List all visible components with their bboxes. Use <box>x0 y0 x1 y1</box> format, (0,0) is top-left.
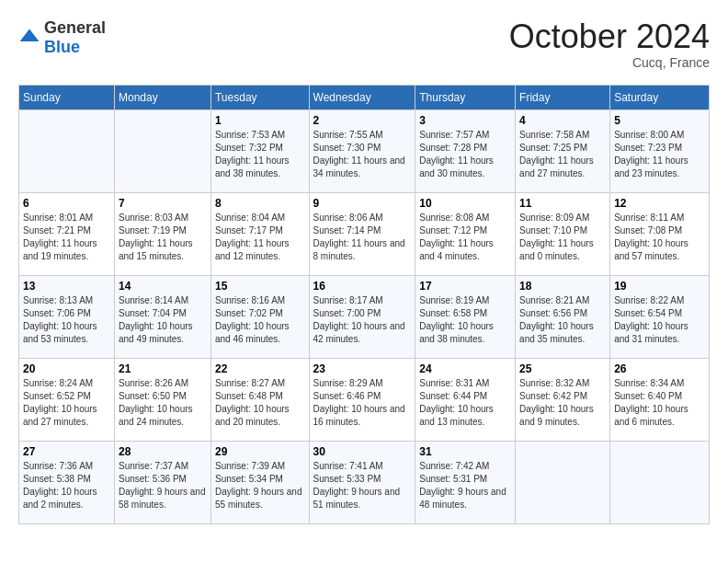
calendar-table: Sunday Monday Tuesday Wednesday Thursday… <box>18 85 710 524</box>
day-number: 17 <box>419 280 511 293</box>
day-number: 13 <box>23 280 110 293</box>
day-number: 5 <box>614 114 705 127</box>
day-number: 2 <box>313 114 412 127</box>
calendar-cell: 20Sunrise: 8:24 AMSunset: 6:52 PMDayligh… <box>19 358 115 441</box>
day-detail: Sunrise: 8:03 AMSunset: 7:19 PMDaylight:… <box>119 212 207 263</box>
day-detail: Sunrise: 8:09 AMSunset: 7:10 PMDaylight:… <box>519 212 606 263</box>
calendar-cell: 10Sunrise: 8:08 AMSunset: 7:12 PMDayligh… <box>415 192 516 275</box>
logo: General Blue <box>18 18 106 57</box>
day-number: 20 <box>23 362 110 375</box>
day-detail: Sunrise: 8:04 AMSunset: 7:17 PMDaylight:… <box>215 212 305 263</box>
day-number: 31 <box>419 445 511 458</box>
title-section: October 2024 Cucq, France <box>509 18 710 70</box>
day-number: 4 <box>519 114 606 127</box>
day-number: 6 <box>23 197 110 210</box>
day-detail: Sunrise: 8:29 AMSunset: 6:46 PMDaylight:… <box>313 377 412 429</box>
day-number: 10 <box>419 197 511 210</box>
header-row: Sunday Monday Tuesday Wednesday Thursday… <box>19 85 710 109</box>
day-detail: Sunrise: 8:27 AMSunset: 6:48 PMDaylight:… <box>215 377 305 429</box>
calendar-cell: 1Sunrise: 7:53 AMSunset: 7:32 PMDaylight… <box>210 109 309 192</box>
calendar-cell <box>114 109 210 192</box>
calendar-cell: 17Sunrise: 8:19 AMSunset: 6:58 PMDayligh… <box>415 275 516 358</box>
logo-general: General <box>44 18 106 37</box>
calendar-week-1: 1Sunrise: 7:53 AMSunset: 7:32 PMDaylight… <box>19 109 710 192</box>
day-detail: Sunrise: 8:34 AMSunset: 6:40 PMDaylight:… <box>614 377 705 429</box>
calendar-cell: 11Sunrise: 8:09 AMSunset: 7:10 PMDayligh… <box>516 192 610 275</box>
day-detail: Sunrise: 8:31 AMSunset: 6:44 PMDaylight:… <box>419 377 511 429</box>
day-detail: Sunrise: 7:57 AMSunset: 7:28 PMDaylight:… <box>419 129 511 180</box>
day-detail: Sunrise: 7:53 AMSunset: 7:32 PMDaylight:… <box>215 129 305 180</box>
calendar-cell: 26Sunrise: 8:34 AMSunset: 6:40 PMDayligh… <box>610 358 710 441</box>
day-number: 19 <box>614 280 705 293</box>
calendar-cell: 21Sunrise: 8:26 AMSunset: 6:50 PMDayligh… <box>114 358 210 441</box>
day-number: 23 <box>313 362 412 375</box>
day-detail: Sunrise: 8:17 AMSunset: 7:00 PMDaylight:… <box>313 294 412 346</box>
calendar-cell: 27Sunrise: 7:36 AMSunset: 5:38 PMDayligh… <box>19 441 115 523</box>
day-detail: Sunrise: 8:22 AMSunset: 6:54 PMDaylight:… <box>614 294 705 346</box>
day-detail: Sunrise: 7:39 AMSunset: 5:34 PMDaylight:… <box>215 460 305 511</box>
col-sunday: Sunday <box>19 85 115 109</box>
day-detail: Sunrise: 7:36 AMSunset: 5:38 PMDaylight:… <box>23 460 110 511</box>
col-saturday: Saturday <box>610 85 710 109</box>
day-number: 7 <box>119 197 207 210</box>
col-monday: Monday <box>114 85 210 109</box>
day-detail: Sunrise: 8:13 AMSunset: 7:06 PMDaylight:… <box>23 294 110 346</box>
col-wednesday: Wednesday <box>309 85 415 109</box>
calendar-cell: 12Sunrise: 8:11 AMSunset: 7:08 PMDayligh… <box>610 192 710 275</box>
location: Cucq, France <box>509 55 710 70</box>
calendar-cell: 6Sunrise: 8:01 AMSunset: 7:21 PMDaylight… <box>19 192 115 275</box>
day-number: 16 <box>313 280 412 293</box>
day-number: 28 <box>119 445 207 458</box>
calendar-cell: 15Sunrise: 8:16 AMSunset: 7:02 PMDayligh… <box>210 275 309 358</box>
logo-text: General Blue <box>44 18 106 57</box>
day-detail: Sunrise: 8:26 AMSunset: 6:50 PMDaylight:… <box>119 377 207 429</box>
day-detail: Sunrise: 8:01 AMSunset: 7:21 PMDaylight:… <box>23 212 110 263</box>
day-number: 15 <box>215 280 305 293</box>
day-detail: Sunrise: 7:42 AMSunset: 5:31 PMDaylight:… <box>419 460 511 511</box>
calendar-cell: 31Sunrise: 7:42 AMSunset: 5:31 PMDayligh… <box>415 441 516 523</box>
calendar-cell: 28Sunrise: 7:37 AMSunset: 5:36 PMDayligh… <box>114 441 210 523</box>
day-number: 22 <box>215 362 305 375</box>
calendar-cell: 8Sunrise: 8:04 AMSunset: 7:17 PMDaylight… <box>210 192 309 275</box>
calendar-cell: 30Sunrise: 7:41 AMSunset: 5:33 PMDayligh… <box>309 441 415 523</box>
day-number: 26 <box>614 362 705 375</box>
calendar-cell: 3Sunrise: 7:57 AMSunset: 7:28 PMDaylight… <box>415 109 516 192</box>
col-friday: Friday <box>516 85 610 109</box>
calendar-cell: 4Sunrise: 7:58 AMSunset: 7:25 PMDaylight… <box>516 109 610 192</box>
day-detail: Sunrise: 7:37 AMSunset: 5:36 PMDaylight:… <box>119 460 207 511</box>
day-detail: Sunrise: 7:41 AMSunset: 5:33 PMDaylight:… <box>313 460 412 511</box>
logo-blue: Blue <box>44 38 80 56</box>
calendar-week-4: 20Sunrise: 8:24 AMSunset: 6:52 PMDayligh… <box>19 358 710 441</box>
day-detail: Sunrise: 8:32 AMSunset: 6:42 PMDaylight:… <box>519 377 606 429</box>
calendar-cell: 9Sunrise: 8:06 AMSunset: 7:14 PMDaylight… <box>309 192 415 275</box>
calendar-cell: 18Sunrise: 8:21 AMSunset: 6:56 PMDayligh… <box>516 275 610 358</box>
day-number: 21 <box>119 362 207 375</box>
day-number: 30 <box>313 445 412 458</box>
day-number: 24 <box>419 362 511 375</box>
calendar-cell: 7Sunrise: 8:03 AMSunset: 7:19 PMDaylight… <box>114 192 210 275</box>
col-tuesday: Tuesday <box>210 85 309 109</box>
calendar-cell <box>516 441 610 523</box>
day-detail: Sunrise: 8:24 AMSunset: 6:52 PMDaylight:… <box>23 377 110 429</box>
page-header: General Blue October 2024 Cucq, France <box>18 18 710 70</box>
calendar-cell: 14Sunrise: 8:14 AMSunset: 7:04 PMDayligh… <box>114 275 210 358</box>
day-number: 3 <box>419 114 511 127</box>
calendar-cell <box>19 109 115 192</box>
day-detail: Sunrise: 8:19 AMSunset: 6:58 PMDaylight:… <box>419 294 511 346</box>
calendar-cell: 23Sunrise: 8:29 AMSunset: 6:46 PMDayligh… <box>309 358 415 441</box>
day-number: 25 <box>519 362 606 375</box>
calendar-cell: 22Sunrise: 8:27 AMSunset: 6:48 PMDayligh… <box>210 358 309 441</box>
calendar-header: Sunday Monday Tuesday Wednesday Thursday… <box>19 85 710 109</box>
day-number: 1 <box>215 114 305 127</box>
day-detail: Sunrise: 8:21 AMSunset: 6:56 PMDaylight:… <box>519 294 606 346</box>
day-detail: Sunrise: 7:55 AMSunset: 7:30 PMDaylight:… <box>313 129 412 180</box>
calendar-week-2: 6Sunrise: 8:01 AMSunset: 7:21 PMDaylight… <box>19 192 710 275</box>
month-title: October 2024 <box>509 18 710 55</box>
day-number: 11 <box>519 197 606 210</box>
calendar-cell <box>610 441 710 523</box>
day-number: 29 <box>215 445 305 458</box>
svg-marker-0 <box>20 29 40 41</box>
day-number: 9 <box>313 197 412 210</box>
day-detail: Sunrise: 8:06 AMSunset: 7:14 PMDaylight:… <box>313 212 412 263</box>
day-detail: Sunrise: 8:16 AMSunset: 7:02 PMDaylight:… <box>215 294 305 346</box>
